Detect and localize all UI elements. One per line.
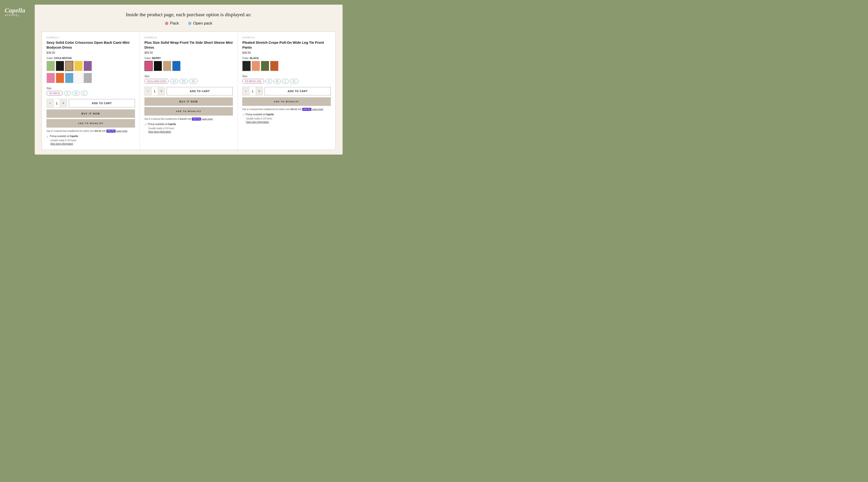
store-link-3[interactable]: View store information	[246, 121, 331, 123]
size-l-3[interactable]: L	[282, 79, 289, 84]
add-to-cart-1[interactable]: ADD TO CART	[69, 99, 135, 107]
shopify-pay-1: Pay in 4 interest-free installments for …	[46, 129, 135, 133]
size-m-3[interactable]: M	[274, 79, 281, 84]
legend: Pack Open pack	[42, 21, 336, 26]
color-label-2: Color: BERRY	[145, 57, 233, 60]
swatches-row1-2	[145, 61, 181, 71]
qty-input-1[interactable]	[53, 99, 60, 107]
color-label-3: Color: BLACK	[242, 57, 331, 60]
swatch-yellow[interactable]	[74, 61, 83, 71]
swatch-blue[interactable]	[65, 73, 73, 83]
color-label-1: Color: COCA MOCHA	[46, 57, 135, 60]
pay-text2-3: with	[298, 108, 302, 110]
qty-plus-2[interactable]: +	[158, 87, 164, 95]
shopify-pay-2: Pay in 4 interest-free installments of $…	[145, 117, 233, 121]
qty-plus-1[interactable]: +	[60, 99, 67, 107]
open-pack-dot	[188, 22, 191, 25]
size-options-2: (2)1x-(2)2x-(2)3x 1X 2X 3X	[145, 79, 233, 84]
pack-dot	[165, 22, 168, 25]
qty-minus-3[interactable]: −	[243, 87, 249, 95]
pickup-row-1: ✓ Pickup available at Capella	[46, 135, 135, 138]
pay-amount-1: $50.00	[95, 130, 101, 132]
swatch3-salmon[interactable]	[252, 61, 260, 71]
swatch-gray[interactable]	[84, 73, 92, 83]
learn-more-3[interactable]: Learn more	[312, 108, 323, 110]
swatch3-black[interactable]	[242, 61, 251, 71]
add-to-cart-2[interactable]: ADD TO CART	[167, 87, 233, 95]
swatch2-tan[interactable]	[163, 61, 171, 71]
open-pack-label: Open pack	[193, 21, 212, 26]
pay-text1-1: Pay in 4 interest-free installments for …	[46, 130, 94, 132]
size-l-1[interactable]: L	[81, 91, 88, 96]
swatch2-black[interactable]	[154, 61, 162, 71]
qty-row-3: − + ADD TO CART	[242, 87, 331, 96]
qty-minus-1[interactable]: −	[47, 99, 53, 107]
main-card: Inside the product page, each purchase o…	[35, 5, 343, 155]
add-wishlist-3[interactable]: ADD TO WISHLIST	[242, 97, 331, 106]
swatch-orange[interactable]	[56, 73, 64, 83]
size-2x-2[interactable]: 2X	[180, 79, 188, 84]
swatch2-cobalt[interactable]	[172, 61, 181, 71]
store-link-1[interactable]: View store information	[50, 142, 135, 145]
logo: Capella APPAREL	[5, 7, 30, 17]
product-3: CAPELLA Pleated Stretch Crepe Pull-On Wi…	[238, 32, 335, 150]
swatch-white[interactable]	[74, 73, 83, 83]
pickup-row-3: ✓ Pickup available at Capella	[242, 113, 331, 117]
qty-plus-3[interactable]: +	[256, 87, 262, 95]
shopify-pay-3: Pay in 4 interest-free installments for …	[242, 107, 331, 111]
swatch3-olive[interactable]	[261, 61, 269, 71]
qty-control-2[interactable]: − +	[145, 87, 165, 96]
add-to-cart-3[interactable]: ADD TO CART	[265, 87, 331, 95]
size-1x-2[interactable]: 1X	[170, 79, 178, 84]
size-options-1: 2S-2M-2L S M L	[46, 91, 135, 96]
swatch-mocha[interactable]	[65, 61, 73, 71]
qty-control-3[interactable]: − +	[242, 87, 263, 96]
pay-amount-2: $13.87	[180, 118, 187, 120]
buy-now-2[interactable]: BUY IT NOW	[145, 97, 233, 106]
size-3x-2[interactable]: 3X	[189, 79, 197, 84]
ready-text-3: Usually ready in 24 hours	[246, 117, 331, 120]
qty-control-1[interactable]: − +	[46, 99, 67, 107]
product-title-3: Pleated Stretch Crepe Pull-On Wide Leg T…	[242, 40, 331, 50]
learn-more-1[interactable]: Learn more	[116, 130, 128, 132]
sidebar: Capella APPAREL	[0, 0, 35, 24]
swatch-pink[interactable]	[46, 73, 55, 83]
product-title-2: Plus Size Solid Wrap Front Tie Side Shor…	[145, 40, 233, 50]
size-label-1: Size	[46, 87, 135, 90]
qty-input-3[interactable]	[249, 87, 256, 95]
swatch-green[interactable]	[46, 61, 55, 71]
pickup-text-1: Pickup available at Capella	[50, 135, 78, 137]
pickup-text-3: Pickup available at Capella	[246, 113, 274, 116]
size-xl-3[interactable]: XL	[290, 79, 298, 84]
brand-1: CAPELLA	[46, 36, 135, 39]
add-wishlist-2[interactable]: ADD TO WISHLIST	[145, 107, 233, 116]
swatch2-berry[interactable]	[145, 61, 153, 71]
swatch3-rust[interactable]	[270, 61, 278, 71]
color-value-1: COCA MOCHA	[54, 57, 72, 60]
size-m-1[interactable]: M	[72, 91, 80, 96]
shop-pay-badge-1: shop Pay	[106, 130, 116, 133]
size-s-3[interactable]: S	[266, 79, 272, 84]
size-pack-tag-1[interactable]: 2S-2M-2L	[46, 91, 63, 96]
buy-now-1[interactable]: BUY IT NOW	[46, 109, 135, 118]
size-pack-tag-3[interactable]: 1S-2M-2L-1XL	[242, 79, 264, 84]
swatch-purple[interactable]	[84, 61, 92, 71]
pay-text2-1: with	[102, 130, 106, 132]
pay-text1-2: Pay in 4 interest-free installments of	[145, 118, 179, 120]
add-wishlist-1[interactable]: ADD TO WISHLIST	[46, 119, 135, 128]
qty-minus-2[interactable]: −	[145, 87, 151, 95]
size-s-1[interactable]: S	[64, 91, 71, 96]
size-label-3: Size	[242, 75, 331, 77]
qty-input-2[interactable]	[151, 87, 158, 95]
store-link-2[interactable]: View store information	[148, 130, 233, 133]
size-pack-tag-2[interactable]: (2)1x-(2)2x-(2)3x	[145, 79, 169, 84]
size-label-2: Size	[145, 75, 233, 77]
product-title-1: Sexy Solid Color Crisscross Open Back Ca…	[46, 40, 135, 50]
swatch-black[interactable]	[56, 61, 64, 71]
shop-pay-badge-3: shop Pay	[302, 108, 311, 111]
ready-text-2: Usually ready in 24 hours	[148, 127, 233, 130]
products-row: CAPELLA Sexy Solid Color Crisscross Open…	[42, 31, 336, 150]
color-swatches-2	[145, 61, 233, 72]
learn-more-2[interactable]: Learn more	[202, 118, 213, 120]
swatches-row2-1	[46, 73, 92, 83]
